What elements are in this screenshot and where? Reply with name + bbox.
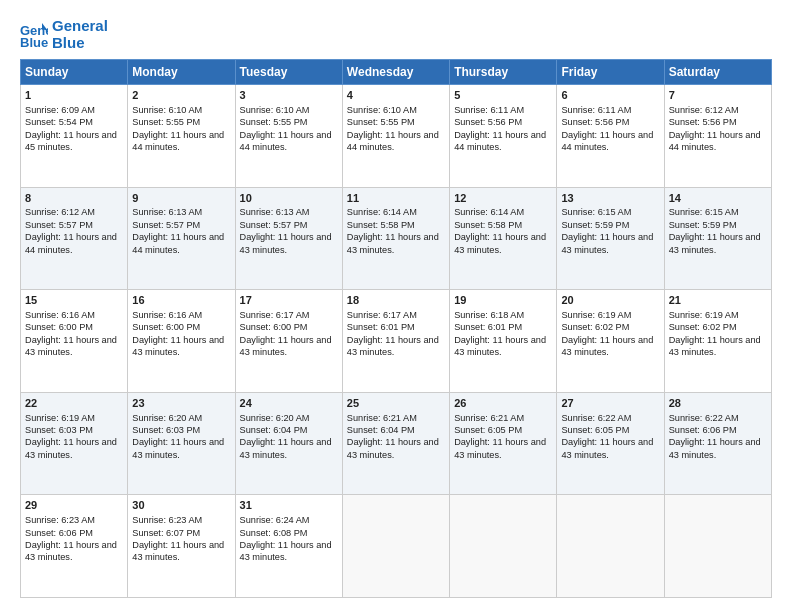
day-info: Daylight: 11 hours and 43 minutes.	[25, 334, 123, 359]
day-info: Daylight: 11 hours and 43 minutes.	[561, 334, 659, 359]
calendar-week-3: 15Sunrise: 6:16 AMSunset: 6:00 PMDayligh…	[21, 290, 772, 393]
calendar-cell: 18Sunrise: 6:17 AMSunset: 6:01 PMDayligh…	[342, 290, 449, 393]
day-info: Daylight: 11 hours and 43 minutes.	[25, 436, 123, 461]
day-info: Sunrise: 6:18 AM	[454, 309, 552, 321]
calendar-cell: 6Sunrise: 6:11 AMSunset: 5:56 PMDaylight…	[557, 85, 664, 188]
day-info: Sunset: 6:07 PM	[132, 527, 230, 539]
day-info: Sunrise: 6:11 AM	[561, 104, 659, 116]
day-info: Daylight: 11 hours and 44 minutes.	[240, 129, 338, 154]
col-header-saturday: Saturday	[664, 60, 771, 85]
day-info: Daylight: 11 hours and 44 minutes.	[132, 129, 230, 154]
day-info: Daylight: 11 hours and 43 minutes.	[240, 539, 338, 564]
day-info: Sunset: 6:01 PM	[454, 321, 552, 333]
day-info: Daylight: 11 hours and 43 minutes.	[347, 334, 445, 359]
day-info: Daylight: 11 hours and 44 minutes.	[347, 129, 445, 154]
calendar-week-4: 22Sunrise: 6:19 AMSunset: 6:03 PMDayligh…	[21, 392, 772, 495]
calendar-week-5: 29Sunrise: 6:23 AMSunset: 6:06 PMDayligh…	[21, 495, 772, 598]
day-info: Sunrise: 6:10 AM	[240, 104, 338, 116]
calendar-cell: 4Sunrise: 6:10 AMSunset: 5:55 PMDaylight…	[342, 85, 449, 188]
day-info: Sunset: 5:57 PM	[240, 219, 338, 231]
day-number: 17	[240, 293, 338, 308]
day-info: Sunset: 5:57 PM	[25, 219, 123, 231]
calendar-cell: 11Sunrise: 6:14 AMSunset: 5:58 PMDayligh…	[342, 187, 449, 290]
calendar-cell: 5Sunrise: 6:11 AMSunset: 5:56 PMDaylight…	[450, 85, 557, 188]
day-info: Sunset: 6:05 PM	[561, 424, 659, 436]
calendar-cell: 15Sunrise: 6:16 AMSunset: 6:00 PMDayligh…	[21, 290, 128, 393]
day-info: Sunrise: 6:19 AM	[669, 309, 767, 321]
calendar-cell	[342, 495, 449, 598]
day-info: Sunrise: 6:24 AM	[240, 514, 338, 526]
day-number: 18	[347, 293, 445, 308]
day-info: Sunset: 5:59 PM	[561, 219, 659, 231]
day-info: Sunset: 6:02 PM	[669, 321, 767, 333]
day-info: Sunrise: 6:16 AM	[132, 309, 230, 321]
page: General Blue General Blue SundayMondayTu…	[0, 0, 792, 612]
day-info: Sunrise: 6:22 AM	[669, 412, 767, 424]
day-number: 6	[561, 88, 659, 103]
day-info: Daylight: 11 hours and 45 minutes.	[25, 129, 123, 154]
day-info: Sunrise: 6:10 AM	[132, 104, 230, 116]
day-info: Sunset: 6:03 PM	[25, 424, 123, 436]
day-number: 24	[240, 396, 338, 411]
logo-general: General	[52, 18, 108, 35]
calendar-cell: 14Sunrise: 6:15 AMSunset: 5:59 PMDayligh…	[664, 187, 771, 290]
day-number: 22	[25, 396, 123, 411]
day-number: 7	[669, 88, 767, 103]
day-info: Sunrise: 6:17 AM	[347, 309, 445, 321]
day-info: Sunset: 6:00 PM	[240, 321, 338, 333]
header: General Blue General Blue	[20, 18, 772, 51]
calendar-table: SundayMondayTuesdayWednesdayThursdayFrid…	[20, 59, 772, 598]
calendar-cell: 20Sunrise: 6:19 AMSunset: 6:02 PMDayligh…	[557, 290, 664, 393]
day-info: Sunrise: 6:20 AM	[240, 412, 338, 424]
day-info: Sunset: 6:00 PM	[25, 321, 123, 333]
day-info: Sunset: 5:56 PM	[561, 116, 659, 128]
day-info: Daylight: 11 hours and 43 minutes.	[347, 231, 445, 256]
day-info: Sunrise: 6:19 AM	[25, 412, 123, 424]
day-number: 27	[561, 396, 659, 411]
day-info: Sunset: 6:08 PM	[240, 527, 338, 539]
day-info: Sunset: 6:04 PM	[240, 424, 338, 436]
calendar-cell	[664, 495, 771, 598]
day-info: Sunrise: 6:15 AM	[669, 206, 767, 218]
day-number: 1	[25, 88, 123, 103]
calendar-cell: 25Sunrise: 6:21 AMSunset: 6:04 PMDayligh…	[342, 392, 449, 495]
day-info: Daylight: 11 hours and 43 minutes.	[347, 436, 445, 461]
calendar-cell: 23Sunrise: 6:20 AMSunset: 6:03 PMDayligh…	[128, 392, 235, 495]
day-info: Daylight: 11 hours and 43 minutes.	[132, 334, 230, 359]
day-number: 21	[669, 293, 767, 308]
day-info: Daylight: 11 hours and 44 minutes.	[561, 129, 659, 154]
day-number: 12	[454, 191, 552, 206]
calendar-cell	[557, 495, 664, 598]
day-info: Sunrise: 6:20 AM	[132, 412, 230, 424]
col-header-monday: Monday	[128, 60, 235, 85]
day-info: Sunset: 6:01 PM	[347, 321, 445, 333]
day-info: Sunrise: 6:16 AM	[25, 309, 123, 321]
day-info: Daylight: 11 hours and 44 minutes.	[669, 129, 767, 154]
calendar-cell: 1Sunrise: 6:09 AMSunset: 5:54 PMDaylight…	[21, 85, 128, 188]
col-header-thursday: Thursday	[450, 60, 557, 85]
calendar-cell: 8Sunrise: 6:12 AMSunset: 5:57 PMDaylight…	[21, 187, 128, 290]
day-info: Daylight: 11 hours and 43 minutes.	[669, 334, 767, 359]
day-number: 30	[132, 498, 230, 513]
calendar-cell: 12Sunrise: 6:14 AMSunset: 5:58 PMDayligh…	[450, 187, 557, 290]
day-info: Sunset: 5:58 PM	[347, 219, 445, 231]
calendar-cell: 9Sunrise: 6:13 AMSunset: 5:57 PMDaylight…	[128, 187, 235, 290]
day-info: Sunset: 6:05 PM	[454, 424, 552, 436]
day-number: 3	[240, 88, 338, 103]
day-info: Sunrise: 6:13 AM	[240, 206, 338, 218]
calendar-cell: 17Sunrise: 6:17 AMSunset: 6:00 PMDayligh…	[235, 290, 342, 393]
calendar-cell: 24Sunrise: 6:20 AMSunset: 6:04 PMDayligh…	[235, 392, 342, 495]
day-info: Sunset: 5:56 PM	[454, 116, 552, 128]
day-number: 10	[240, 191, 338, 206]
col-header-sunday: Sunday	[21, 60, 128, 85]
day-info: Sunset: 5:57 PM	[132, 219, 230, 231]
col-header-wednesday: Wednesday	[342, 60, 449, 85]
day-info: Sunset: 6:02 PM	[561, 321, 659, 333]
calendar-header-row: SundayMondayTuesdayWednesdayThursdayFrid…	[21, 60, 772, 85]
day-info: Sunset: 5:58 PM	[454, 219, 552, 231]
day-number: 13	[561, 191, 659, 206]
day-info: Sunset: 6:04 PM	[347, 424, 445, 436]
day-info: Daylight: 11 hours and 43 minutes.	[454, 436, 552, 461]
calendar-week-2: 8Sunrise: 6:12 AMSunset: 5:57 PMDaylight…	[21, 187, 772, 290]
day-info: Sunset: 5:56 PM	[669, 116, 767, 128]
